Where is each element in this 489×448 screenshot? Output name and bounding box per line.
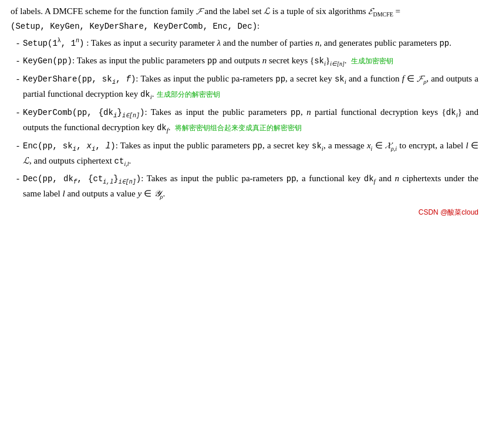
platform-label: CSDN	[419, 208, 439, 216]
algo-list: (Setup, KeyGen, KeyDerShare, KeyDerComb,…	[11, 22, 257, 31]
list-item-dec: - Dec(pp, dkf, {cti,l}i∈[n]): Takes as i…	[16, 172, 478, 201]
annotation-keydercomb: 将解密密钥组合起来变成真正的解密密钥	[175, 124, 302, 132]
list-item-enc: - Enc(pp, ski, xi, l): Takes as input th…	[16, 139, 478, 168]
dash-setup: -	[16, 36, 19, 50]
text-keydercomb: KeyDerComb(pp, {dki}i∈[n]): Takes as inp…	[23, 106, 478, 135]
page-content: of labels. A DMCFE scheme for the functi…	[11, 5, 478, 218]
intro-paragraph: of labels. A DMCFE scheme for the functi…	[11, 5, 478, 33]
dash-dec: -	[16, 172, 19, 185]
code-setup: Setup(1λ, 1n)	[23, 39, 84, 48]
list-item-keygen: - KeyGen(pp): Takes as input the public …	[16, 54, 478, 69]
code-keygen: KeyGen(pp)	[23, 56, 72, 66]
list-item-setup: - Setup(1λ, 1n) : Takes as input a secur…	[16, 36, 478, 50]
text-dec: Dec(pp, dkf, {cti,l}i∈[n]): Takes as inp…	[23, 172, 478, 201]
text-enc: Enc(pp, ski, xi, l): Takes as input the …	[23, 139, 478, 168]
annotation-keydershare: 生成部分的解密密钥	[157, 90, 220, 99]
list-item-keydershare: - KeyDerShare(pp, ski, f): Takes as inpu…	[16, 72, 478, 102]
text-setup: Setup(1λ, 1n) : Takes as input a securit…	[23, 36, 478, 50]
text-keydershare: KeyDerShare(pp, ski, f): Takes as input …	[23, 72, 478, 102]
dash-keydershare: -	[16, 72, 19, 86]
code-keydershare: KeyDerShare(pp, ski, f)	[23, 74, 136, 84]
code-enc: Enc(pp, ski, xi, l)	[23, 141, 116, 151]
dash-keydercomb: -	[16, 106, 19, 119]
dash-enc: -	[16, 139, 19, 152]
label-symbol: ℒ	[264, 6, 270, 16]
family-symbol: 𝓕	[196, 6, 203, 16]
annotation-keygen: 生成加密密钥	[351, 57, 393, 65]
list-item-keydercomb: - KeyDerComb(pp, {dki}i∈[n]): Takes as i…	[16, 106, 478, 135]
dash-keygen: -	[16, 54, 19, 67]
author-label: @酸菜cloud	[440, 208, 478, 216]
algorithm-list: - Setup(1λ, 1n) : Takes as input a secur…	[11, 36, 478, 201]
text-keygen: KeyGen(pp): Takes as input the public pa…	[23, 54, 478, 69]
csdn-credit: CSDN @酸菜cloud	[11, 207, 478, 218]
code-keydercomb: KeyDerComb(pp, {dki}i∈[n])	[23, 108, 144, 117]
code-dec: Dec(pp, dkf, {cti,l}i∈[n])	[23, 174, 141, 184]
